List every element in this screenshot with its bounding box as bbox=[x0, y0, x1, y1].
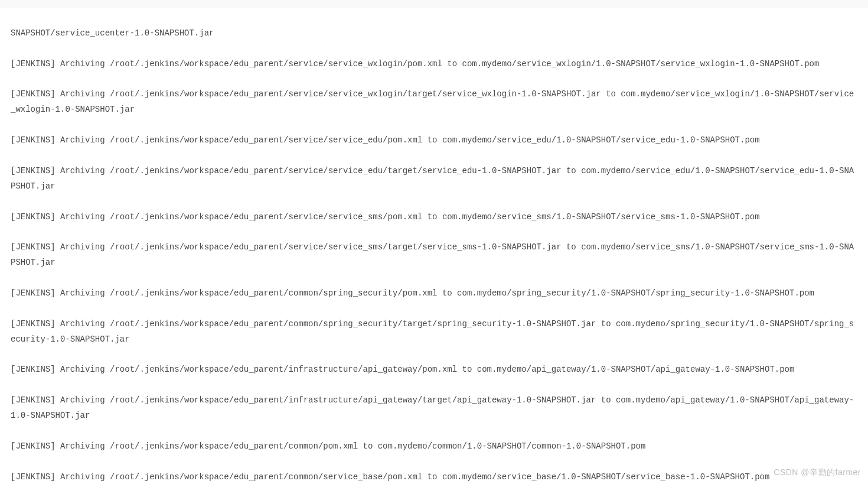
log-line: [JENKINS] Archiving /root/.jenkins/works… bbox=[11, 87, 857, 118]
log-line: [JENKINS] Archiving /root/.jenkins/works… bbox=[11, 362, 857, 378]
log-line: [JENKINS] Archiving /root/.jenkins/works… bbox=[11, 240, 857, 271]
console-output: SNAPSHOT/service_ucenter-1.0-SNAPSHOT.ja… bbox=[0, 8, 868, 484]
log-line: SNAPSHOT/service_ucenter-1.0-SNAPSHOT.ja… bbox=[11, 26, 857, 41]
log-line: [JENKINS] Archiving /root/.jenkins/works… bbox=[11, 317, 857, 347]
log-line: [JENKINS] Archiving /root/.jenkins/works… bbox=[11, 133, 857, 148]
log-line: [JENKINS] Archiving /root/.jenkins/works… bbox=[11, 210, 857, 225]
log-line: [JENKINS] Archiving /root/.jenkins/works… bbox=[11, 470, 857, 484]
watermark: CSDN @辛勤的farmer bbox=[774, 465, 861, 480]
log-line: [JENKINS] Archiving /root/.jenkins/works… bbox=[11, 57, 857, 72]
log-line: [JENKINS] Archiving /root/.jenkins/works… bbox=[11, 439, 857, 454]
log-line: [JENKINS] Archiving /root/.jenkins/works… bbox=[11, 164, 857, 194]
log-line: [JENKINS] Archiving /root/.jenkins/works… bbox=[11, 286, 857, 301]
log-line: [JENKINS] Archiving /root/.jenkins/works… bbox=[11, 393, 857, 424]
